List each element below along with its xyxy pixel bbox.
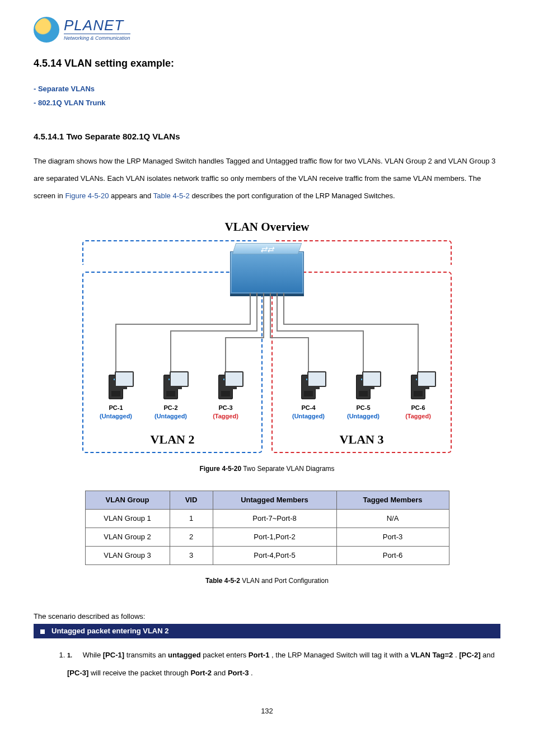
pc1-name: PC-1 — [96, 404, 135, 412]
pc-4: PC-4 (Untagged) — [289, 375, 328, 421]
step-text-c: packet enters — [203, 651, 249, 659]
table-row: VLAN Group 1 1 Port-7~Port-8 N/A — [85, 509, 449, 528]
brand-logo: PLANET Networking & Communication — [34, 17, 130, 43]
vlan3-label: VLAN 3 — [273, 431, 451, 449]
section-title: 4.5.14 VLAN setting example: — [34, 57, 500, 71]
logo-header: PLANET Networking & Communication — [34, 17, 500, 45]
cell-group: VLAN Group 3 — [85, 547, 170, 565]
th-vid: VID — [170, 491, 213, 509]
cell-vid: 2 — [170, 528, 213, 546]
pc3-tag: (Tagged) — [206, 412, 245, 421]
pc-5: PC-5 (Untagged) — [344, 375, 383, 421]
cell-tagged: Port-6 — [336, 547, 449, 565]
vlan-config-table: VLAN Group VID Untagged Members Tagged M… — [85, 491, 449, 566]
table-caption-label: Table 4-5-2 — [205, 577, 240, 585]
step-text-d: , the LRP Managed Switch will tag it wit… — [271, 651, 410, 659]
cell-untagged: Port-1,Port-2 — [213, 528, 336, 546]
logo-text: PLANET Networking & Communication — [64, 18, 130, 42]
pc1-tag: (Untagged) — [96, 412, 135, 421]
step-text-i: . — [251, 669, 253, 677]
vlan3-box: VLAN 3 — [271, 272, 452, 453]
pc-6: PC-6 (Tagged) — [399, 375, 438, 421]
table-caption: Table 4-5-2 VLAN and Port Configuration — [34, 576, 500, 586]
globe-icon — [34, 17, 59, 43]
cell-tagged: N/A — [336, 509, 449, 528]
step-vlantag: VLAN Tag=2 — [410, 651, 453, 659]
table-caption-text: VLAN and Port Configuration — [240, 577, 329, 585]
switch-icon: ⇄ ⇄ — [230, 251, 304, 294]
intro-paragraph: The diagram shows how the LRP Managed Sw… — [34, 152, 500, 205]
para-part2: appears and — [111, 192, 153, 200]
pc6-name: PC-6 — [399, 404, 438, 412]
step-1: 1. While [PC-1] transmits an untagged pa… — [67, 646, 500, 681]
brand-name: PLANET — [64, 18, 130, 32]
pc4-tag: (Untagged) — [289, 412, 328, 421]
scenario-bar-text: Untagged packet entering VLAN 2 — [51, 627, 168, 635]
step-text-g: will receive the packet through — [91, 669, 190, 677]
cell-tagged: Port-3 — [336, 528, 449, 546]
cell-vid: 1 — [170, 509, 213, 528]
step-text-f: and — [483, 651, 495, 659]
th-untagged: Untagged Members — [213, 491, 336, 509]
figure-link[interactable]: Figure 4-5-20 — [65, 192, 109, 200]
step-pc1: [PC-1] — [103, 651, 124, 659]
step-pc3: [PC-3] — [67, 669, 88, 677]
table-row: VLAN Group 2 2 Port-1,Port-2 Port-3 — [85, 528, 449, 546]
pc-2: PC-2 (Untagged) — [151, 375, 190, 421]
diagram-title: VLAN Overview — [34, 219, 500, 235]
page-number: 132 — [34, 706, 500, 716]
pc6-tag: (Tagged) — [399, 412, 438, 421]
cell-group: VLAN Group 1 — [85, 509, 170, 528]
th-tagged: Tagged Members — [336, 491, 449, 509]
bullet-separate-vlans: - Separate VLANs — [34, 84, 500, 94]
cell-vid: 3 — [170, 547, 213, 565]
para-part3: describes the port configuration of the … — [191, 192, 395, 200]
pc5-name: PC-5 — [344, 404, 383, 412]
pc5-tag: (Untagged) — [344, 412, 383, 421]
brand-tagline: Networking & Communication — [64, 34, 130, 42]
step-port3: Port-3 — [228, 669, 249, 677]
step-text-h: and — [214, 669, 228, 677]
vlan2-label: VLAN 2 — [83, 431, 261, 449]
pc4-name: PC-4 — [289, 404, 328, 412]
figure-caption-text: Two Separate VLAN Diagrams — [241, 465, 335, 473]
step-text-a: While — [83, 651, 103, 659]
table-row: VLAN Group 3 3 Port-4,Port-5 Port-6 — [85, 547, 449, 565]
steps-list: 1. While [PC-1] transmits an untagged pa… — [67, 646, 500, 681]
vlan-diagram: VLAN Overview VLAN 2 VLAN 3 ⇄ ⇄ PC-1 (Un… — [34, 219, 500, 473]
cell-group: VLAN Group 2 — [85, 528, 170, 546]
step-pc2: [PC-2] — [459, 651, 480, 659]
pc3-name: PC-3 — [206, 404, 245, 412]
scenario-intro: The scenario described as follows: — [34, 612, 500, 622]
th-group: VLAN Group — [85, 491, 170, 509]
diagram-canvas: VLAN 2 VLAN 3 ⇄ ⇄ PC-1 (Untagged) PC-2 — [82, 240, 452, 453]
vlan2-box: VLAN 2 — [82, 272, 263, 453]
square-bullet-icon — [40, 629, 45, 634]
subsection-title: 4.5.14.1 Two Separate 802.1Q VLANs — [34, 130, 500, 142]
step-number: 1. — [67, 648, 81, 662]
pc-3: PC-3 (Tagged) — [206, 375, 245, 421]
step-untagged: untagged — [168, 651, 201, 659]
figure-caption-label: Figure 4-5-20 — [199, 465, 241, 473]
step-port2: Port-2 — [190, 669, 212, 677]
pc2-tag: (Untagged) — [151, 412, 190, 421]
table-header-row: VLAN Group VID Untagged Members Tagged M… — [85, 491, 449, 509]
figure-caption: Figure 4-5-20 Two Separate VLAN Diagrams — [34, 464, 500, 474]
step-text-b: transmits an — [127, 651, 168, 659]
table-link[interactable]: Table 4-5-2 — [153, 192, 190, 200]
cell-untagged: Port-4,Port-5 — [213, 547, 336, 565]
pc-1: PC-1 (Untagged) — [96, 375, 135, 421]
bullet-8021q-trunk: - 802.1Q VLAN Trunk — [34, 98, 500, 108]
pc2-name: PC-2 — [151, 404, 190, 412]
step-port1: Port-1 — [249, 651, 270, 659]
scenario-heading-bar: Untagged packet entering VLAN 2 — [34, 624, 500, 638]
cell-untagged: Port-7~Port-8 — [213, 509, 336, 528]
